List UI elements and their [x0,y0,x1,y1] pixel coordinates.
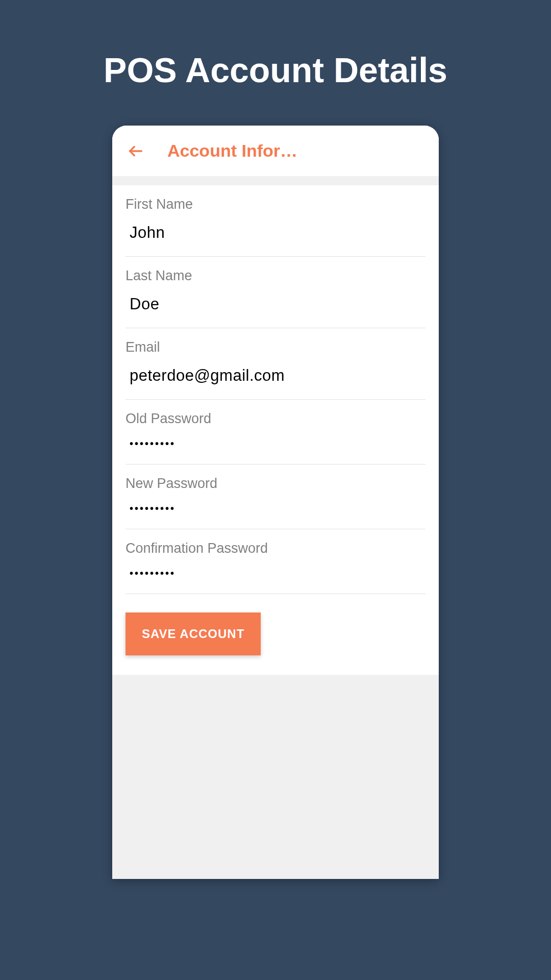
first-name-field-group: First Name [126,185,425,257]
page-title: POS Account Details [0,0,551,126]
new-password-label: New Password [126,476,425,492]
old-password-label: Old Password [126,411,425,427]
last-name-field-group: Last Name [126,257,425,328]
email-input[interactable] [126,364,425,387]
email-label: Email [126,339,425,355]
first-name-input[interactable] [126,222,425,244]
last-name-input[interactable] [126,293,425,315]
bottom-empty-area [112,675,439,879]
header-divider [112,176,439,185]
phone-frame: Account Informat… First Name Last Name E… [112,126,439,879]
confirm-password-label: Confirmation Password [126,541,425,556]
new-password-input[interactable] [126,501,425,517]
confirm-password-field-group: Confirmation Password [126,529,425,594]
account-form: First Name Last Name Email Old Password … [112,185,439,675]
back-arrow-icon[interactable] [127,142,145,160]
save-account-button[interactable]: SAVE ACCOUNT [126,612,261,655]
app-header: Account Informat… [112,126,439,176]
last-name-label: Last Name [126,268,425,284]
confirm-password-input[interactable] [126,566,425,581]
old-password-field-group: Old Password [126,400,425,464]
old-password-input[interactable] [126,436,425,452]
app-header-title: Account Informat… [167,141,300,161]
first-name-label: First Name [126,197,425,212]
email-field-group: Email [126,328,425,400]
new-password-field-group: New Password [126,464,425,529]
